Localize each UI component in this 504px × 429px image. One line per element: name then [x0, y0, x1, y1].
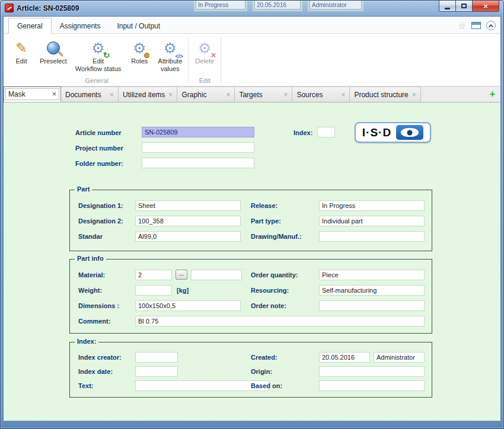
- add-tab-button[interactable]: +: [490, 89, 495, 99]
- based-on-field[interactable]: [319, 380, 425, 391]
- project-number-field[interactable]: [142, 142, 254, 153]
- close-tab-icon[interactable]: ×: [110, 91, 114, 98]
- code-brackets-icon: </>: [176, 54, 183, 59]
- index-field[interactable]: [317, 127, 335, 137]
- part-type-field[interactable]: Individual part: [319, 216, 425, 226]
- isd-logo: I·S·D: [355, 122, 431, 143]
- material-field[interactable]: 2: [135, 270, 172, 280]
- pencil-icon: ✎: [15, 41, 27, 55]
- created-by-field[interactable]: Administrator: [374, 352, 425, 363]
- delete-button[interactable]: ⚙× Delete: [190, 37, 219, 66]
- tab-targets[interactable]: Targets ×: [235, 87, 292, 102]
- edit-button-label: Edit: [16, 57, 27, 65]
- favorites-star-icon[interactable]: ☆: [458, 21, 466, 30]
- tab-mask[interactable]: Mask ×: [4, 87, 61, 102]
- ghost-field-wrap: Administrator: [308, 1, 363, 11]
- roles-button[interactable]: ⚙ Roles: [125, 37, 154, 66]
- ribbon-buttons: ⚙× Delete: [190, 35, 219, 76]
- release-field[interactable]: In Progress: [319, 200, 425, 211]
- part-info-group: Part info Material: 2 ... Order quantity…: [69, 259, 432, 334]
- roles-button-label: Roles: [131, 57, 148, 65]
- designation1-field[interactable]: Sheet: [135, 200, 241, 211]
- isd-eye-icon: [396, 125, 423, 140]
- comment-field[interactable]: Bl 0.75: [135, 316, 425, 326]
- material-label: Material:: [78, 271, 105, 278]
- index-group: Index: Index creator: Created: 20.05.201…: [69, 342, 432, 398]
- close-button[interactable]: ×: [473, 1, 499, 12]
- tab-documents[interactable]: Documents ×: [61, 87, 119, 102]
- ribbon-tab-assignments[interactable]: Assignments: [52, 18, 109, 33]
- close-tab-icon[interactable]: ×: [168, 91, 173, 98]
- text-label: Text:: [78, 382, 93, 389]
- article-number-label: Article number: [75, 129, 122, 136]
- index-creator-label: Index creator:: [78, 354, 122, 361]
- folder-number-label: Folder number:: [75, 160, 123, 167]
- edit-button[interactable]: ✎ Edit: [7, 37, 36, 66]
- titlebar[interactable]: Article: SN-025809 In Progress 20.05.201…: [1, 1, 503, 16]
- maximize-button[interactable]: [456, 1, 473, 12]
- origin-label: Origin:: [251, 368, 272, 375]
- minimize-button[interactable]: [439, 1, 456, 12]
- weight-unit-label: [kg]: [177, 287, 189, 294]
- maximize-icon: [461, 4, 467, 8]
- comment-label: Comment:: [78, 318, 110, 325]
- created-date-field[interactable]: 20.05.2016: [319, 352, 370, 363]
- collapse-ribbon-button[interactable]: [486, 21, 496, 30]
- weight-field[interactable]: [135, 285, 172, 296]
- attribute-values-button[interactable]: ⚙</> Attribute values: [154, 37, 186, 73]
- designation1-label: Designation 1:: [78, 202, 123, 209]
- tab-product-structure[interactable]: Product structure ×: [350, 87, 420, 102]
- standard-label: Standar: [78, 233, 103, 240]
- article-number-field[interactable]: SN-025809: [142, 127, 254, 137]
- close-tab-icon[interactable]: ×: [283, 91, 288, 98]
- index-creator-field[interactable]: [135, 352, 178, 363]
- order-note-label: Order note:: [251, 302, 286, 309]
- ribbon-divider: [188, 37, 189, 84]
- close-tab-icon[interactable]: ×: [341, 91, 345, 98]
- ribbon-tab-input-output[interactable]: Input / Output: [109, 18, 168, 33]
- tab-utilized-items[interactable]: Utilized items ×: [119, 87, 177, 102]
- tab-graphic[interactable]: Graphic ×: [177, 87, 235, 102]
- order-quantity-field[interactable]: Piece: [319, 270, 425, 280]
- chevron-up-icon: [489, 24, 493, 28]
- refresh-arrow-icon: ↻: [103, 51, 110, 59]
- tab-label: Targets: [239, 91, 262, 99]
- text-field[interactable]: [135, 380, 269, 391]
- tab-label: Product structure: [354, 91, 408, 99]
- tab-sources[interactable]: Sources ×: [292, 87, 350, 102]
- index-date-field[interactable]: [135, 366, 178, 377]
- drawing-manuf-field[interactable]: [319, 231, 425, 242]
- app-icon[interactable]: [5, 4, 14, 12]
- close-tab-icon[interactable]: ×: [226, 91, 230, 98]
- dimensions-field[interactable]: 100x150x0,5: [135, 300, 241, 311]
- part-type-label: Part type:: [251, 217, 281, 225]
- release-label: Release:: [251, 202, 277, 209]
- ribbon: ✎ Edit ✎ Preselect ⚙↻ Edit Workflow stat…: [4, 34, 500, 87]
- folder-number-field[interactable]: [142, 158, 254, 168]
- ghost-user-value: Administrator: [310, 1, 362, 9]
- resourcing-field[interactable]: Self-manufacturing: [319, 285, 425, 296]
- preselect-button[interactable]: ✎ Preselect: [36, 37, 71, 66]
- close-tab-icon[interactable]: ×: [412, 91, 416, 98]
- icon-box: ⚙×: [194, 39, 215, 57]
- material-name-field[interactable]: [191, 270, 242, 280]
- standard-field[interactable]: Al99,0: [135, 231, 241, 242]
- pencil-icon: ✎: [58, 50, 64, 59]
- app-window: Article: SN-025809 In Progress 20.05.201…: [0, 0, 504, 429]
- origin-field[interactable]: [319, 366, 425, 377]
- ghost-release-value: In Progress: [196, 1, 245, 9]
- tab-label: Sources: [296, 91, 323, 99]
- aero-glass-artifacts: In Progress 20.05.2016 Administrator: [194, 1, 363, 11]
- ribbon-tab-general[interactable]: General: [8, 18, 52, 34]
- tab-label: Documents: [65, 91, 101, 99]
- dimensions-label: Dimensions :: [78, 302, 119, 309]
- document-tabstrip: Mask × Documents × Utilized items × Grap…: [4, 87, 500, 103]
- drawing-manuf-label: Drawing/Manuf.:: [251, 233, 302, 240]
- material-browse-button[interactable]: ...: [176, 270, 187, 280]
- order-note-field[interactable]: [319, 300, 425, 311]
- close-tab-icon[interactable]: ×: [52, 91, 56, 98]
- window-style-icon[interactable]: [471, 22, 481, 29]
- attribute-values-label: Attribute values: [158, 57, 182, 72]
- edit-workflow-status-button[interactable]: ⚙↻ Edit Workflow status: [71, 37, 125, 73]
- designation2-field[interactable]: 100_358: [135, 216, 241, 226]
